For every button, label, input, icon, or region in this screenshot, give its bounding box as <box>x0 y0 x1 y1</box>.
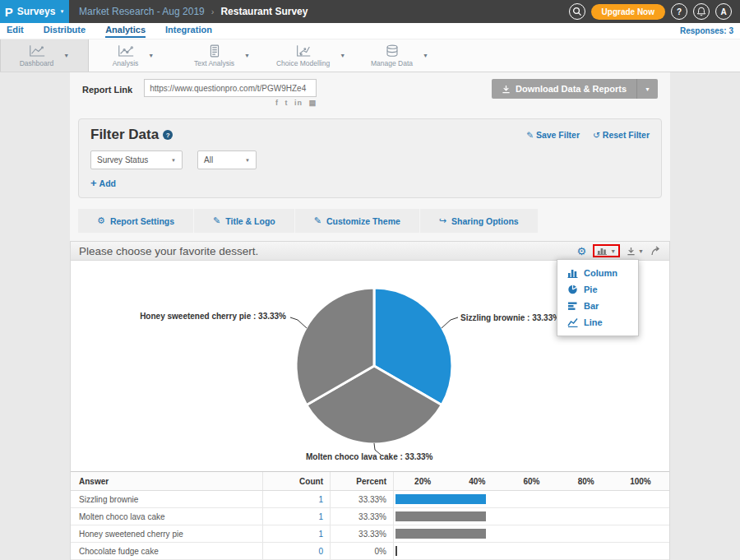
nav-item-distribute[interactable]: Distribute <box>44 25 86 36</box>
chart-download-button[interactable]: ▼ <box>627 247 644 256</box>
menu-item-bar[interactable]: Bar <box>557 298 638 314</box>
linkedin-icon[interactable]: in <box>294 99 303 107</box>
chevron-down-icon[interactable]: ▼ <box>63 53 69 58</box>
chevron-down-icon[interactable]: ▼ <box>340 53 345 58</box>
responses-count[interactable]: Responses: 3 <box>680 25 733 35</box>
filter-data-panel: Filter Data ? ✎Save Filter ↺Reset Filter… <box>78 118 662 198</box>
chevron-down-icon[interactable]: ▼ <box>148 53 154 58</box>
database-icon <box>383 44 401 58</box>
column-chart-icon <box>567 268 578 278</box>
chevron-down-icon[interactable]: ▼ <box>244 53 250 58</box>
toolbar-item-text-analysis[interactable]: Text Analysis ▼ <box>178 39 266 72</box>
notifications-button[interactable] <box>693 3 710 20</box>
percent-cell: 0% <box>330 543 393 559</box>
results-table: Answer Count Percent 20%40%60%80%100% Si… <box>71 471 669 560</box>
table-row: Molten choco lava cake 1 33.33% <box>71 508 669 525</box>
percent-bar <box>395 546 397 556</box>
tab-customize-theme[interactable]: ✎Customize Theme <box>295 209 419 233</box>
edit-icon: ✎ <box>213 215 220 226</box>
nav-item-integration[interactable]: Integration <box>165 25 212 36</box>
search-icon <box>572 7 582 16</box>
edit-icon: ✎ <box>314 215 321 226</box>
chart-type-caret[interactable]: ▼ <box>610 248 616 254</box>
header-count: Count <box>262 472 330 490</box>
reset-icon: ↺ <box>593 130 600 140</box>
question-chart-panel: Please choose your favorite dessert. ⚙ ▼… <box>70 241 670 560</box>
report-link-label: Report Link <box>82 85 132 117</box>
toolbar-label: Analysis <box>113 59 139 67</box>
upgrade-now-button[interactable]: Upgrade Now <box>591 4 665 20</box>
menu-item-pie[interactable]: Pie <box>557 281 638 298</box>
toolbar-label: Choice Modelling <box>276 59 330 67</box>
tab-title-logo[interactable]: ✎Title & Logo <box>194 209 294 233</box>
brand-menu[interactable]: P Surveys ▼ <box>0 0 69 23</box>
choice-modelling-chart-icon <box>294 44 312 58</box>
add-filter-button[interactable]: +Add <box>90 177 650 189</box>
pie-label-honey: Honey sweetened cherry pie : 33.33% <box>87 312 286 321</box>
count-link[interactable]: 1 <box>318 495 323 504</box>
questionpro-logo: P <box>5 5 13 19</box>
pie-chart-icon <box>567 285 578 294</box>
search-button[interactable] <box>569 3 585 20</box>
gear-icon: ⚙ <box>97 215 105 226</box>
download-data-reports-button[interactable]: Download Data & Reports ▼ <box>492 79 658 99</box>
download-icon <box>502 85 511 94</box>
count-link[interactable]: 1 <box>318 530 323 539</box>
count-link[interactable]: 0 <box>318 547 323 556</box>
header-percent: Percent <box>330 472 393 490</box>
document-icon <box>206 44 224 58</box>
toolbar-item-choice-modelling[interactable]: Choice Modelling ▼ <box>266 39 355 72</box>
nav-item-edit[interactable]: Edit <box>7 25 24 36</box>
share-icon: ↪ <box>439 215 446 226</box>
help-button[interactable]: ? <box>671 3 687 20</box>
filter-field-select[interactable]: Survey Status ▼ <box>90 150 183 169</box>
breadcrumb-parent[interactable]: Market Research - Aug 2019 <box>79 6 205 17</box>
table-row: Honey sweetened cherry pie 1 33.33% <box>71 525 669 543</box>
percent-cell: 33.33% <box>330 491 393 507</box>
tab-report-settings[interactable]: ⚙Report Settings <box>78 209 193 233</box>
toolbar-item-analysis[interactable]: Analysis ▼ <box>89 39 178 72</box>
embed-icon[interactable]: ▤ <box>309 99 317 107</box>
toolbar-item-dashboard[interactable]: Dashboard ▼ <box>0 39 89 72</box>
breadcrumb: Market Research - Aug 2019 › Restaurant … <box>79 6 308 17</box>
bar-chart-icon <box>567 301 578 311</box>
top-navbar: P Surveys ▼ Market Research - Aug 2019 ›… <box>0 0 740 23</box>
save-filter-button[interactable]: ✎Save Filter <box>526 130 580 140</box>
chevron-down-icon[interactable]: ▼ <box>423 53 428 58</box>
percent-cell: 33.33% <box>330 508 393 525</box>
percent-scale: 20%40%60%80%100% <box>395 477 668 486</box>
share-forward-icon[interactable] <box>650 246 661 256</box>
twitter-icon[interactable]: t <box>285 99 289 107</box>
filter-value-value: All <box>204 155 213 164</box>
bell-icon <box>696 7 706 16</box>
avatar[interactable]: A <box>715 3 732 20</box>
chart-settings-gear-icon[interactable]: ⚙ <box>576 245 586 257</box>
tab-sharing-options[interactable]: ↪Sharing Options <box>420 209 538 233</box>
answer-cell: Chocolate fudge cake <box>71 547 262 556</box>
download-options-caret[interactable]: ▼ <box>636 79 658 99</box>
line-chart-icon <box>567 317 578 327</box>
menu-item-column[interactable]: Column <box>557 265 638 281</box>
table-row: Chocolate fudge cake 0 0% <box>71 543 669 560</box>
report-tabs: ⚙Report Settings ✎Title & Logo ✎Customiz… <box>78 209 662 233</box>
chevron-down-icon: ▼ <box>245 158 250 163</box>
toolbar-label: Text Analysis <box>194 59 234 67</box>
count-link[interactable]: 1 <box>318 512 323 521</box>
filter-value-select[interactable]: All ▼ <box>197 150 257 169</box>
analytics-toolbar: Dashboard ▼ Analysis ▼ Text Analysis ▼ C… <box>0 39 740 72</box>
facebook-icon[interactable]: f <box>275 99 279 107</box>
toolbar-item-manage-data[interactable]: Manage Data ▼ <box>355 39 444 72</box>
chart-type-icon[interactable] <box>597 247 608 255</box>
percent-bar <box>395 511 486 521</box>
menu-item-line[interactable]: Line <box>557 314 638 331</box>
nav-item-analytics[interactable]: Analytics <box>105 25 146 38</box>
toolbar-label: Dashboard <box>20 59 54 67</box>
download-icon <box>627 247 636 256</box>
report-link-input[interactable] <box>144 79 317 97</box>
filter-field-value: Survey Status <box>97 155 148 164</box>
filter-data-title: Filter Data <box>90 127 159 143</box>
product-name: Surveys <box>17 6 56 17</box>
header-answer: Answer <box>71 477 262 486</box>
reset-filter-button[interactable]: ↺Reset Filter <box>593 130 650 140</box>
help-badge-icon[interactable]: ? <box>163 130 173 140</box>
